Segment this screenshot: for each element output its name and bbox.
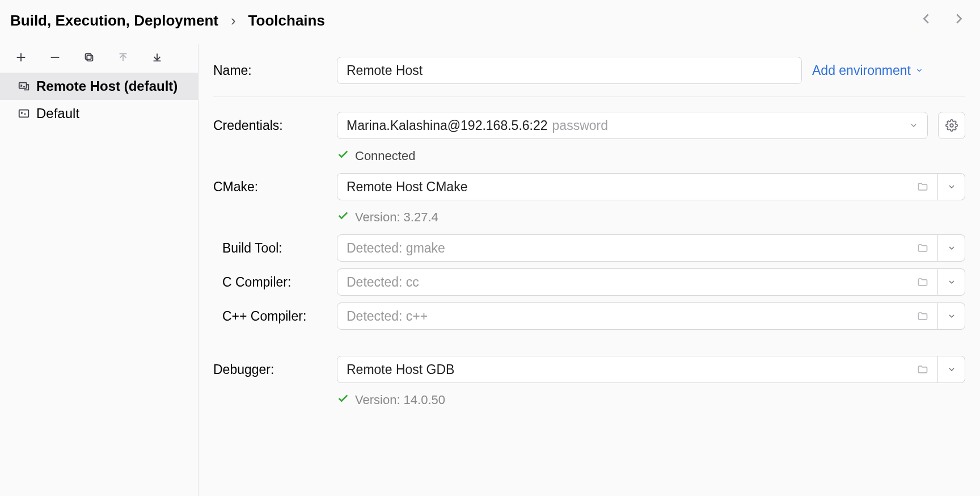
- cxxcompiler-dropdown-button[interactable]: [938, 302, 965, 330]
- credentials-label: Credentials:: [213, 118, 327, 133]
- folder-icon: [917, 276, 928, 288]
- toolchain-toolbar: [0, 44, 198, 73]
- name-value: Remote Host: [347, 63, 423, 78]
- chevron-down-icon: [909, 121, 918, 130]
- move-down-button[interactable]: [150, 50, 164, 65]
- ccompiler-dropdown-button[interactable]: [938, 268, 965, 296]
- cmake-value: Remote Host CMake: [347, 179, 467, 195]
- connected-text: Connected: [355, 149, 415, 163]
- cmake-dropdown-button[interactable]: [938, 173, 965, 200]
- buildtool-label: Build Tool:: [213, 241, 327, 256]
- ccompiler-input[interactable]: Detected: cc: [337, 268, 938, 296]
- nav-back-button[interactable]: [918, 10, 935, 31]
- breadcrumb-section[interactable]: Build, Execution, Deployment: [10, 12, 218, 30]
- credentials-status: Connected: [213, 142, 965, 170]
- svg-rect-0: [87, 55, 92, 61]
- terminal-icon: [17, 107, 31, 120]
- cmake-label: CMake:: [213, 179, 327, 195]
- remote-terminal-icon: [17, 79, 31, 93]
- name-label: Name:: [213, 63, 327, 78]
- debugger-dropdown-button[interactable]: [938, 356, 965, 383]
- debugger-status: Version: 14.0.50: [213, 386, 965, 414]
- folder-icon: [917, 242, 928, 254]
- remove-button[interactable]: [48, 50, 62, 65]
- folder-icon: [917, 310, 928, 322]
- credentials-settings-button[interactable]: [938, 112, 965, 139]
- credentials-value: Marina.Kalashina@192.168.5.6:22: [347, 118, 548, 133]
- debugger-label: Debugger:: [213, 362, 327, 377]
- chevron-down-icon: [947, 243, 956, 253]
- move-up-button[interactable]: [116, 50, 130, 65]
- debugger-input[interactable]: Remote Host GDB: [337, 356, 938, 383]
- buildtool-placeholder: Detected: gmake: [347, 241, 445, 256]
- cxxcompiler-placeholder: Detected: c++: [347, 309, 428, 324]
- cxxcompiler-label: C++ Compiler:: [213, 309, 327, 324]
- chevron-down-icon: [915, 66, 923, 74]
- settings-header: Build, Execution, Deployment › Toolchain…: [0, 0, 980, 44]
- cxxcompiler-input[interactable]: Detected: c++: [337, 302, 938, 330]
- folder-icon: [917, 364, 928, 375]
- cmake-version-text: Version: 3.27.4: [355, 210, 438, 225]
- add-environment-link[interactable]: Add environment: [812, 63, 923, 78]
- gear-icon: [945, 119, 958, 132]
- buildtool-input[interactable]: Detected: gmake: [337, 234, 938, 262]
- chevron-right-icon: ›: [231, 12, 236, 30]
- breadcrumb: Build, Execution, Deployment › Toolchain…: [10, 12, 325, 30]
- nav-forward-button[interactable]: [951, 10, 968, 31]
- name-input[interactable]: Remote Host: [337, 57, 802, 84]
- toolchain-item-default[interactable]: Default: [0, 100, 198, 127]
- credentials-hint: password: [552, 118, 608, 133]
- toolchain-sidebar: Remote Host (default) Default: [0, 44, 198, 496]
- toolchain-form: Name: Remote Host Add environment Creden…: [198, 44, 980, 496]
- add-button[interactable]: [14, 50, 28, 65]
- toolchain-list: Remote Host (default) Default: [0, 73, 198, 127]
- toolchain-item-remote-host[interactable]: Remote Host (default): [0, 73, 198, 100]
- toolchain-item-label: Default: [36, 106, 79, 121]
- cmake-status: Version: 3.27.4: [213, 204, 965, 231]
- svg-rect-2: [19, 83, 27, 89]
- copy-button[interactable]: [82, 50, 96, 65]
- toolchain-item-label: Remote Host (default): [36, 78, 178, 94]
- credentials-dropdown[interactable]: Marina.Kalashina@192.168.5.6:22 password: [337, 112, 928, 139]
- debugger-value: Remote Host GDB: [347, 362, 454, 377]
- ccompiler-label: C Compiler:: [213, 275, 327, 290]
- check-icon: [337, 148, 349, 164]
- chevron-down-icon: [947, 278, 956, 287]
- check-icon: [337, 392, 349, 408]
- divider: [213, 96, 965, 97]
- chevron-down-icon: [947, 365, 956, 374]
- chevron-down-icon: [947, 182, 956, 191]
- nav-arrows: [918, 10, 968, 31]
- chevron-down-icon: [947, 312, 956, 321]
- debugger-version-text: Version: 14.0.50: [355, 393, 445, 407]
- ccompiler-placeholder: Detected: cc: [347, 275, 419, 290]
- folder-icon: [917, 181, 928, 192]
- buildtool-dropdown-button[interactable]: [938, 234, 965, 262]
- check-icon: [337, 209, 349, 225]
- svg-rect-1: [86, 54, 91, 60]
- breadcrumb-page: Toolchains: [248, 12, 325, 30]
- add-environment-label: Add environment: [812, 63, 911, 78]
- cmake-input[interactable]: Remote Host CMake: [337, 173, 938, 200]
- svg-point-4: [950, 124, 953, 127]
